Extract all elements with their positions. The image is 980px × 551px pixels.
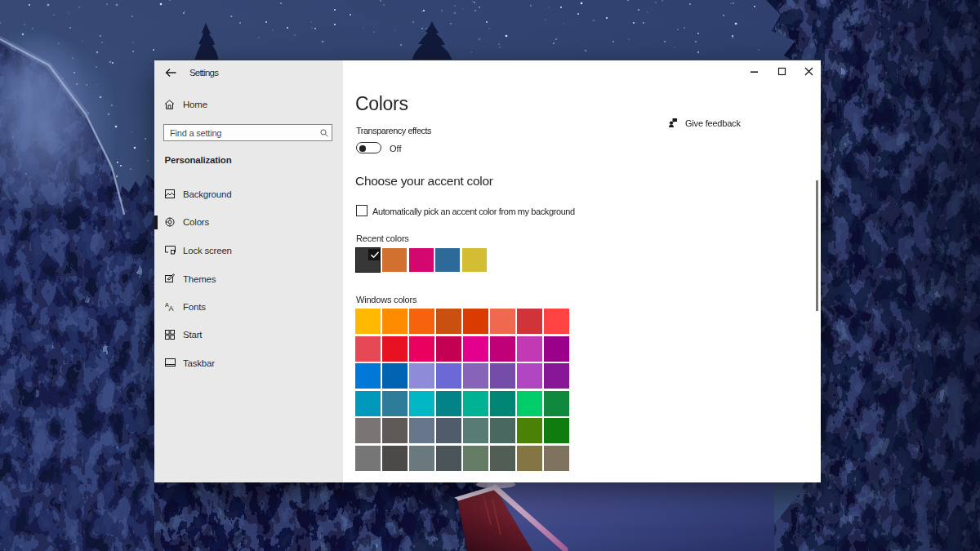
svg-text:A: A [169,304,174,312]
